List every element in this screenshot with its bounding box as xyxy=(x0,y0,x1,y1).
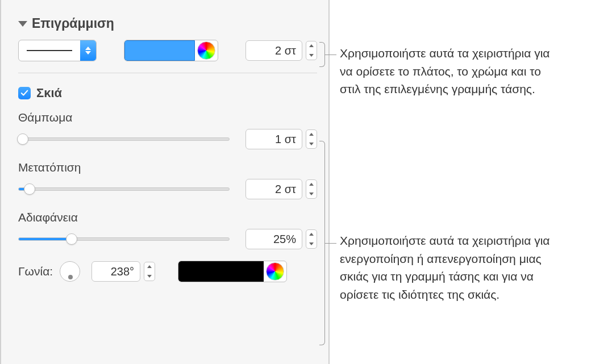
stepper-down-icon[interactable] xyxy=(306,140,317,149)
angle-row: Γωνία: xyxy=(18,261,317,282)
opacity-group: Αδιαφάνεια xyxy=(18,211,317,249)
colorwheel-icon[interactable] xyxy=(197,41,215,60)
stroke-width-input[interactable] xyxy=(245,40,302,61)
opacity-slider[interactable] xyxy=(18,233,230,245)
colorwheel-icon[interactable] xyxy=(266,262,284,281)
shadow-callout: Χρησιμοποιήστε αυτά τα χειριστήρια για ε… xyxy=(340,232,556,303)
blur-label: Θάμπωμα xyxy=(18,111,317,124)
angle-input[interactable] xyxy=(91,261,140,282)
stroke-style-dropdown[interactable] xyxy=(18,40,97,61)
opacity-label: Αδιαφάνεια xyxy=(18,211,317,224)
stepper-down-icon[interactable] xyxy=(306,190,317,199)
callout-line xyxy=(325,55,336,55)
blur-stepper xyxy=(245,129,317,149)
stroke-section-title: Επιγράμμιση xyxy=(32,16,114,31)
opacity-stepper xyxy=(245,229,317,249)
offset-group: Μετατόπιση xyxy=(18,161,317,199)
stroke-section-header[interactable]: Επιγράμμιση xyxy=(18,16,317,31)
shadow-color-well[interactable] xyxy=(178,261,287,282)
blur-group: Θάμπωμα xyxy=(18,111,317,149)
stepper-up-icon[interactable] xyxy=(306,230,317,239)
blur-slider[interactable] xyxy=(18,133,230,145)
shadow-checkbox-row: Σκιά xyxy=(18,86,317,101)
stroke-color-swatch[interactable] xyxy=(124,40,195,61)
callout-bracket xyxy=(319,141,325,345)
divider xyxy=(18,73,317,73)
callout-line xyxy=(325,243,336,244)
shadow-color-swatch[interactable] xyxy=(178,261,264,282)
inspector-panel: Επιγράμμιση Σκιά Θά xyxy=(0,0,330,364)
check-icon xyxy=(20,89,28,97)
offset-input[interactable] xyxy=(245,179,302,199)
offset-stepper xyxy=(245,179,317,199)
stroke-width-stepper-buttons[interactable] xyxy=(306,41,317,60)
shadow-checkbox[interactable] xyxy=(18,87,31,99)
stroke-color-well[interactable] xyxy=(124,40,218,61)
blur-stepper-buttons[interactable] xyxy=(306,129,317,149)
stroke-callout: Χρησιμοποιήστε αυτά τα χειριστήρια για ν… xyxy=(340,44,556,98)
angle-label: Γωνία: xyxy=(18,265,53,278)
stroke-width-stepper xyxy=(245,40,317,61)
angle-dial[interactable] xyxy=(60,261,80,282)
angle-stepper xyxy=(91,261,155,282)
opacity-input[interactable] xyxy=(245,229,302,249)
stepper-up-icon[interactable] xyxy=(144,262,155,271)
stroke-style-preview xyxy=(19,40,80,61)
offset-stepper-buttons[interactable] xyxy=(306,179,317,199)
disclosure-down-icon xyxy=(18,21,27,27)
stepper-up-icon[interactable] xyxy=(306,41,317,51)
stepper-up-icon[interactable] xyxy=(306,180,317,189)
offset-label: Μετατόπιση xyxy=(18,161,317,174)
blur-input[interactable] xyxy=(245,129,302,149)
callouts-area: Χρησιμοποιήστε αυτά τα χειριστήρια για ν… xyxy=(330,0,591,364)
angle-dot-icon xyxy=(68,275,73,279)
stroke-controls-row xyxy=(18,40,317,61)
angle-stepper-buttons[interactable] xyxy=(144,262,155,281)
callout-bracket xyxy=(319,42,325,67)
stepper-down-icon[interactable] xyxy=(306,51,317,60)
line-sample-icon xyxy=(27,50,72,51)
stepper-up-icon[interactable] xyxy=(306,130,317,139)
opacity-stepper-buttons[interactable] xyxy=(306,229,317,249)
offset-slider[interactable] xyxy=(18,183,230,195)
stepper-down-icon[interactable] xyxy=(144,272,155,281)
shadow-label: Σκιά xyxy=(36,86,62,101)
dropdown-arrows-icon xyxy=(80,40,96,61)
stepper-down-icon[interactable] xyxy=(306,240,317,249)
